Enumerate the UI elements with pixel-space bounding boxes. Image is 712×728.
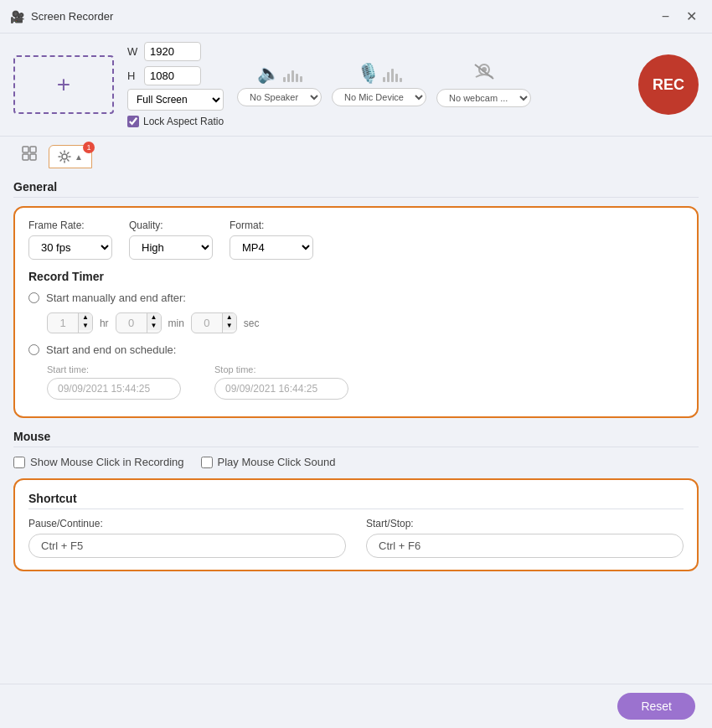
screen-select-box[interactable]: + [13, 55, 114, 114]
tab-up-icon: ▲ [75, 152, 83, 162]
height-row: H [127, 66, 224, 85]
timer-option2: Start and end on schedule: [28, 343, 684, 356]
audio-section: 🔈 No Speaker 🎙️ [237, 62, 625, 107]
add-region-icon: + [57, 71, 70, 98]
width-label: W [127, 45, 139, 58]
frame-rate-label: Frame Rate: [28, 219, 112, 231]
sec-up-btn[interactable]: ▲ [223, 313, 236, 322]
show-click-checkbox[interactable] [13, 457, 25, 468]
stop-time-input[interactable] [214, 378, 348, 400]
webcam-icon [472, 62, 496, 85]
mouse-checkbox-row: Show Mouse Click in Recording Play Mouse… [13, 456, 699, 468]
svg-point-7 [62, 154, 67, 159]
tab-icon-plain-btn[interactable] [13, 142, 45, 168]
tab-bar: ▲ 1 [0, 137, 712, 168]
mic-icon-row: 🎙️ [357, 63, 402, 85]
general-section-title: General [13, 180, 699, 198]
quality-label: Quality: [129, 219, 213, 231]
mic-bars [383, 65, 402, 82]
svg-rect-5 [23, 154, 28, 160]
webcam-icon-row [472, 62, 496, 85]
speaker-device: 🔈 No Speaker [237, 63, 322, 106]
frame-rate-group: Frame Rate: 30 fps [28, 219, 112, 260]
webcam-device: No webcam ... [436, 62, 531, 107]
height-input[interactable] [144, 66, 201, 85]
width-row: W [127, 42, 224, 61]
general-card: Frame Rate: 30 fps Quality: High Format:… [13, 206, 699, 418]
sec-spin: ▲ ▼ [191, 312, 237, 333]
play-click-sound-item: Play Mouse Click Sound [201, 456, 336, 468]
show-click-label: Show Mouse Click in Recording [30, 456, 184, 468]
start-time-input[interactable] [47, 378, 181, 400]
bar3 [292, 70, 294, 82]
sec-down-btn[interactable]: ▼ [223, 322, 236, 330]
format-select[interactable]: MP4 [230, 235, 313, 260]
minimize-button[interactable]: − [657, 7, 674, 26]
format-label: Format: [230, 219, 313, 231]
play-click-sound-label: Play Mouse Click Sound [218, 456, 336, 468]
pause-continue-input[interactable] [28, 534, 346, 558]
title-bar: 🎥 Screen Recorder − ✕ [0, 0, 712, 34]
lock-aspect-label: Lock Aspect Ratio [143, 116, 224, 127]
speaker-select[interactable]: No Speaker [237, 88, 322, 106]
speaker-bars [283, 65, 302, 82]
play-click-sound-checkbox[interactable] [201, 457, 213, 468]
sec-input[interactable] [192, 313, 222, 333]
time-inputs-row: ▲ ▼ hr ▲ ▼ min ▲ ▼ sec [47, 312, 684, 333]
mbar5 [400, 78, 402, 82]
bar4 [296, 74, 298, 82]
width-input[interactable] [144, 42, 201, 61]
mic-select[interactable]: No Mic Device [332, 88, 426, 106]
min-spin-buttons: ▲ ▼ [147, 313, 161, 333]
min-down-btn[interactable]: ▼ [147, 322, 161, 330]
close-button[interactable]: ✕ [681, 7, 702, 26]
footer-bar: Reset [0, 684, 712, 728]
mbar1 [383, 77, 385, 82]
min-input[interactable] [116, 313, 147, 333]
speaker-icon: 🔈 [257, 63, 280, 85]
hr-down-btn[interactable]: ▼ [79, 322, 92, 330]
stop-time-field: Stop time: [214, 364, 348, 400]
frame-rate-select[interactable]: 30 fps [28, 235, 112, 260]
lock-aspect-checkbox[interactable] [127, 116, 139, 127]
min-spin: ▲ ▼ [116, 312, 162, 333]
fullscreen-select[interactable]: Full Screen [127, 89, 224, 111]
bar1 [283, 77, 286, 82]
timer-radio1[interactable] [28, 292, 39, 303]
start-stop-label: Start/Stop: [366, 518, 684, 529]
app-icon: 🎥 [10, 10, 24, 23]
timer-option1-label: Start manually and end after: [46, 292, 186, 304]
hr-spin: ▲ ▼ [47, 312, 93, 333]
speaker-icon-row: 🔈 [257, 63, 302, 85]
hr-spin-buttons: ▲ ▼ [78, 313, 92, 333]
schedule-row: Start time: Stop time: [47, 364, 684, 400]
quality-select[interactable]: High [129, 235, 213, 260]
start-stop-field: Start/Stop: [366, 518, 684, 558]
hr-input[interactable] [48, 313, 78, 333]
start-time-field: Start time: [47, 364, 181, 400]
lock-aspect-row: Lock Aspect Ratio [127, 116, 224, 127]
hr-unit: hr [100, 318, 109, 329]
quality-group: Quality: High [129, 219, 213, 260]
shortcut-inner: Pause/Continue: Start/Stop: [28, 518, 684, 558]
start-stop-input[interactable] [366, 534, 684, 558]
settings-tab[interactable]: ▲ 1 [49, 145, 92, 168]
pause-continue-label: Pause/Continue: [28, 518, 346, 529]
svg-rect-3 [23, 147, 28, 152]
start-time-label: Start time: [47, 364, 181, 374]
webcam-select[interactable]: No webcam ... [436, 89, 531, 107]
sec-spin-buttons: ▲ ▼ [222, 313, 236, 333]
timer-radio2[interactable] [28, 344, 39, 355]
content-area: General Frame Rate: 30 fps Quality: High… [0, 168, 712, 684]
tab-badge: 1 [83, 142, 95, 153]
reset-button[interactable]: Reset [617, 693, 695, 720]
timer-option1: Start manually and end after: [28, 292, 684, 304]
timer-option2-label: Start and end on schedule: [46, 343, 176, 356]
sec-unit: sec [244, 318, 260, 329]
svg-rect-6 [30, 154, 36, 160]
mouse-section-title: Mouse [13, 430, 699, 447]
mic-icon: 🎙️ [357, 63, 379, 85]
min-up-btn[interactable]: ▲ [147, 313, 161, 322]
rec-button[interactable]: REC [638, 54, 699, 115]
hr-up-btn[interactable]: ▲ [79, 313, 92, 322]
